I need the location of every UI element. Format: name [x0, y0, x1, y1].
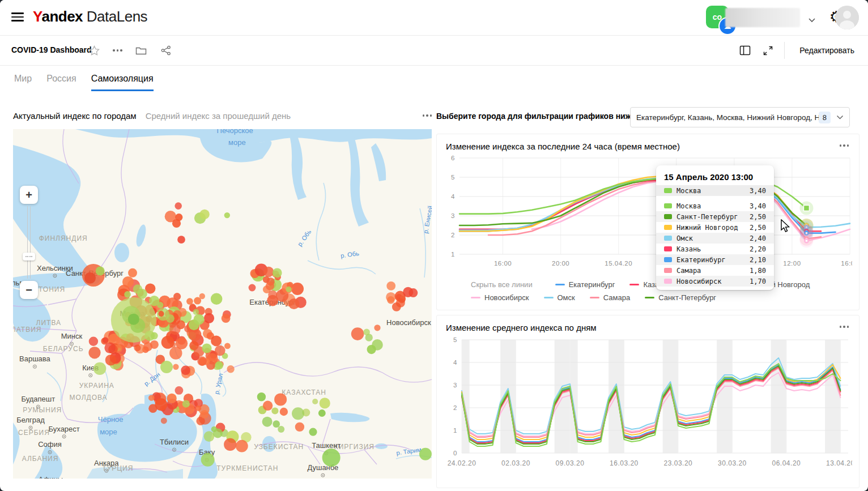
map-city-dot[interactable]: [257, 392, 266, 401]
map-city-dot[interactable]: [227, 365, 234, 373]
legend-item[interactable]: Омск: [544, 293, 575, 302]
star-icon[interactable]: [88, 44, 100, 57]
legend-hide-all[interactable]: Скрыть все линии: [471, 280, 533, 289]
map-city-dot-large[interactable]: [201, 453, 215, 467]
map-city-dot[interactable]: [189, 319, 199, 330]
map-city-dot[interactable]: [224, 343, 231, 349]
map-city-dot[interactable]: [177, 236, 185, 244]
map-city-dot-large[interactable]: [419, 448, 432, 460]
tab-samoizolyaciya[interactable]: Самоизоляция: [91, 74, 154, 91]
chevron-down-icon[interactable]: [808, 15, 816, 25]
legend-item[interactable]: Екатеринбург: [555, 280, 615, 289]
map-city-dot[interactable]: [199, 357, 206, 365]
map-city-dot[interactable]: [215, 345, 225, 356]
map-tab-current-index[interactable]: Актуальный индекс по городам: [13, 111, 137, 121]
map-city-dot[interactable]: [137, 289, 147, 299]
map-city-dot[interactable]: [403, 287, 413, 297]
map-city-dot[interactable]: [288, 298, 299, 309]
map-city-dot[interactable]: [157, 302, 163, 308]
legend-item[interactable]: Новосибирск: [471, 293, 529, 302]
map-city-dot[interactable]: [169, 323, 181, 335]
map-city-dot[interactable]: [104, 343, 116, 354]
map-city-dot[interactable]: [124, 291, 131, 298]
map-city-dot[interactable]: [236, 440, 248, 452]
map-city-dot[interactable]: [387, 296, 394, 304]
map-city-dot[interactable]: [193, 309, 199, 315]
map-city-dot[interactable]: [143, 342, 152, 351]
map-city-dot[interactable]: [175, 202, 182, 210]
chart-daily-plot[interactable]: 01234524.02.2002.03.2009.03.2016.03.2023…: [445, 337, 852, 479]
map-city-dot[interactable]: [182, 400, 190, 407]
map-city-dot[interactable]: [266, 281, 274, 290]
map-city-dot[interactable]: [166, 314, 175, 323]
map-city-dot[interactable]: [88, 347, 100, 358]
zoom-slider-track[interactable]: [27, 206, 31, 279]
map-city-dot[interactable]: [155, 398, 167, 411]
map-city-dot[interactable]: [274, 393, 287, 405]
map-city-dot[interactable]: [386, 281, 395, 291]
share-icon[interactable]: [160, 44, 172, 57]
map-city-dot[interactable]: [211, 335, 222, 346]
map-city-dot[interactable]: [211, 426, 217, 432]
chart-daily-menu-icon[interactable]: [840, 326, 849, 328]
map-city-dot[interactable]: [93, 362, 106, 375]
legend-item[interactable]: Санкт-Петербург: [645, 293, 716, 302]
map-city-dot[interactable]: [263, 401, 273, 411]
map-city-dot[interactable]: [195, 405, 201, 411]
map-city-dot[interactable]: [268, 291, 277, 300]
map-city-dot[interactable]: [204, 431, 215, 442]
map-city-dot[interactable]: [186, 298, 193, 305]
map-city-dot[interactable]: [224, 212, 230, 218]
map-city-dot[interactable]: [103, 337, 109, 343]
map-city-dot-large[interactable]: [128, 314, 139, 325]
map-city-dot[interactable]: [167, 394, 177, 403]
map-city-dot[interactable]: [134, 344, 141, 351]
map-city-dot[interactable]: [318, 409, 326, 417]
map-city-dot[interactable]: [158, 311, 164, 317]
map-city-dot[interactable]: [204, 313, 214, 323]
map-city-dot[interactable]: [280, 408, 288, 416]
zoom-in-button[interactable]: +: [20, 186, 38, 204]
map-city-dot[interactable]: [363, 329, 370, 336]
menu-icon[interactable]: [11, 12, 24, 22]
map-canvas[interactable]: ФИНЛЯНДИЯЭСТОНИЯЛАТВИЯЛИТВАБЕЛАРУСЬУКРАИ…: [13, 129, 432, 479]
legend-item[interactable]: Самара: [590, 293, 630, 302]
map-city-dot[interactable]: [161, 417, 167, 424]
zoom-slider-handle[interactable]: [23, 253, 35, 261]
map-city-dot[interactable]: [224, 438, 236, 451]
map-city-dot[interactable]: [309, 428, 317, 436]
tab-rossiya[interactable]: Россия: [46, 74, 76, 91]
split-view-icon[interactable]: [739, 44, 751, 57]
map-widget-menu-icon[interactable]: [423, 114, 432, 117]
folder-icon[interactable]: [135, 44, 147, 57]
map-city-dot[interactable]: [199, 210, 209, 219]
map-city-dot[interactable]: [396, 298, 405, 308]
map-city-dot[interactable]: [194, 297, 201, 305]
map-city-dot[interactable]: [312, 399, 318, 404]
map-city-dot[interactable]: [286, 287, 291, 292]
map-city-dot[interactable]: [273, 268, 282, 277]
map-city-dot-large[interactable]: [322, 449, 341, 467]
city-select[interactable]: Екатеринбург, Казань, Москва, Нижний Нов…: [630, 107, 850, 127]
tab-mir[interactable]: Мир: [14, 74, 32, 91]
map-city-dot[interactable]: [200, 410, 209, 419]
chart-24h-plot[interactable]: 12345616:0020:0015.04.2004:0008:0012:001…: [445, 155, 852, 275]
edit-button[interactable]: Редактировать: [795, 42, 859, 58]
map-city-dot[interactable]: [295, 422, 304, 432]
map-city-dot-large[interactable]: [84, 272, 96, 284]
more-menu-icon[interactable]: [113, 49, 122, 52]
map-city-dot[interactable]: [175, 214, 182, 221]
map-city-dot[interactable]: [320, 398, 330, 408]
zoom-out-button[interactable]: −: [20, 281, 38, 299]
map-city-dot[interactable]: [202, 343, 211, 353]
map-city-dot[interactable]: [271, 407, 278, 414]
map-city-dot[interactable]: [181, 366, 190, 375]
map-city-dot[interactable]: [175, 386, 184, 395]
map-city-dot[interactable]: [222, 314, 231, 323]
avatar[interactable]: [835, 6, 859, 29]
map-city-dot[interactable]: [211, 293, 223, 305]
brand-logo[interactable]: Yandex DataLens: [33, 8, 147, 25]
map-city-dot[interactable]: [160, 361, 173, 373]
map-city-dot[interactable]: [273, 420, 280, 428]
map-city-dot[interactable]: [161, 336, 175, 349]
